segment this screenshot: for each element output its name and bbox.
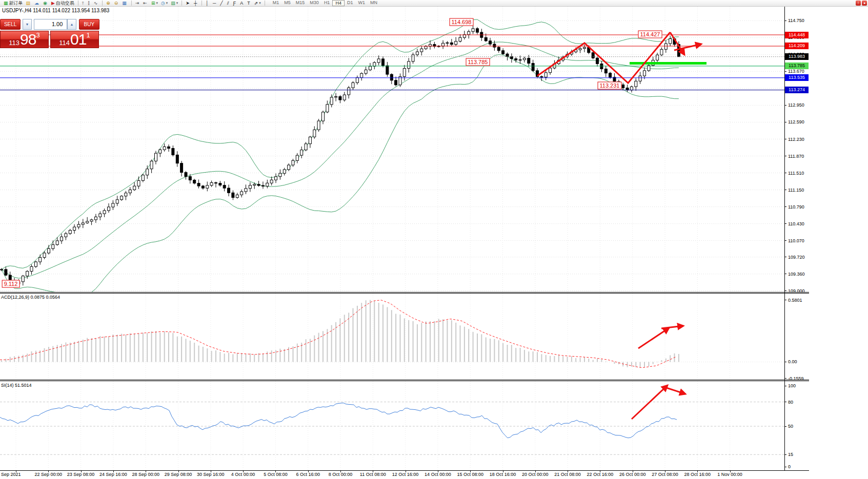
new-order-button[interactable]: ▦新订单: [2, 0, 25, 6]
chart-candles-icon: ⫿: [88, 1, 90, 6]
time-label: 22 Oct 16:00: [587, 472, 614, 477]
template-icon: ▨: [171, 1, 175, 6]
y-tick-dash: [784, 274, 786, 274]
timeframe-D1[interactable]: D1: [345, 0, 356, 6]
y-tick-label: 110.430: [788, 221, 804, 226]
buy-price-small: 114: [59, 39, 70, 47]
price-annotation-label: 114.427: [638, 31, 662, 38]
auto-trading-button[interactable]: ▶自动交易: [50, 0, 76, 6]
timeframe-M30[interactable]: M30: [307, 0, 321, 6]
timeframe-H1[interactable]: H1: [321, 0, 333, 6]
timeframe-M15[interactable]: M15: [293, 0, 308, 6]
panel-separator[interactable]: [0, 380, 809, 381]
macd-label: ACD(12,26,9) 0.0875 0.0564: [1, 295, 60, 300]
timeframe-M5[interactable]: M5: [281, 0, 293, 6]
price-badge: 114.209: [785, 43, 809, 49]
vertical-line-icon[interactable]: │: [204, 0, 211, 6]
y-tick-label: 111.870: [788, 154, 804, 159]
alert-icon[interactable]: !: [856, 1, 861, 6]
fibonacci-icon: Ƒ: [233, 1, 236, 6]
y-tick-dash: [784, 454, 786, 455]
chart-shift-icon[interactable]: ⇤: [142, 0, 150, 6]
label-icon[interactable]: T: [246, 0, 253, 6]
arrows-icon[interactable]: ⇗▾: [253, 0, 263, 6]
y-tick-label: 80: [788, 400, 793, 405]
y-tick-label: 0: [788, 464, 791, 469]
time-label: 8 Oct 00:00: [329, 472, 353, 477]
sell-price-small: 113: [9, 39, 19, 47]
y-tick-dash: [784, 71, 786, 72]
y-tick-dash: [784, 378, 786, 379]
market-watch-icon[interactable]: ▤: [25, 0, 33, 6]
one-click-trading-panel: SELL ▼ 1.00 ▲ BUY 113 98 3 114 01 1: [0, 19, 99, 48]
sell-price-display[interactable]: 113 98 3: [0, 31, 49, 48]
add-indicator-icon[interactable]: ⊞▾: [150, 0, 159, 6]
timeframe-W1[interactable]: W1: [355, 0, 368, 6]
tile-windows-icon[interactable]: ▦: [120, 0, 129, 6]
time-axis-line: [0, 470, 809, 471]
volume-input[interactable]: 1.00: [34, 19, 68, 30]
y-tick-label: 111.510: [788, 171, 804, 176]
time-label: 15 Oct 08:00: [457, 472, 483, 477]
auto-scroll-icon[interactable]: ⇥: [134, 0, 142, 6]
toolbar-separator: [181, 1, 182, 6]
chart-candles-icon[interactable]: ⫿: [87, 0, 92, 6]
add-indicator-icon: ⊞: [151, 1, 155, 6]
chat-icon[interactable]: ☁: [33, 0, 42, 6]
zoom-in-icon[interactable]: ⊕: [105, 0, 113, 6]
y-tick-label: 113.670: [788, 69, 804, 74]
macd-panel-canvas[interactable]: [0, 294, 784, 380]
time-label: 26 Oct 00:00: [619, 472, 646, 477]
toolbar-right-icons: !●: [855, 1, 868, 6]
toolbar-separator: [201, 1, 202, 6]
price-badge: 114.448: [785, 32, 809, 38]
panel-separator[interactable]: [0, 292, 809, 294]
chat-icon: ☁: [34, 1, 39, 6]
volume-decrease-button[interactable]: ▼: [23, 19, 31, 30]
news-icon[interactable]: ●: [862, 1, 867, 6]
signal-icon[interactable]: ◉: [42, 0, 50, 6]
zoom-out-icon[interactable]: ⊖: [113, 0, 121, 6]
time-label: 11 Oct 08:00: [360, 472, 386, 477]
y-tick-dash: [784, 139, 786, 139]
timeframe-MN[interactable]: MN: [368, 0, 380, 6]
period-icon[interactable]: ◷▾: [159, 0, 169, 6]
buy-price-display[interactable]: 114 01 1: [50, 31, 99, 48]
crosshair-icon[interactable]: ┼: [192, 0, 199, 6]
toolbar-separator: [131, 1, 132, 6]
y-tick-label: 112.590: [788, 119, 804, 124]
signal-icon: ◉: [43, 1, 47, 6]
auto-trading-button-label: 自动交易: [56, 0, 74, 7]
cursor-icon[interactable]: ➤: [184, 0, 192, 6]
y-tick-dash: [784, 362, 786, 362]
volume-increase-button[interactable]: ▲: [67, 19, 76, 30]
fibonacci-icon[interactable]: Ƒ: [232, 0, 239, 6]
sell-button[interactable]: SELL: [0, 19, 21, 30]
trendline-icon[interactable]: ╱: [218, 0, 225, 6]
time-label: 28 Sep 00:00: [132, 472, 159, 477]
time-label: 4 Oct 00:00: [231, 472, 255, 477]
period-icon: ◷: [161, 1, 165, 6]
new-order-button-label: 新订单: [9, 0, 23, 7]
template-icon[interactable]: ▨▾: [169, 0, 179, 6]
auto-scroll-icon: ⇥: [135, 1, 139, 6]
text-icon[interactable]: A: [238, 0, 246, 6]
rsi-panel-canvas[interactable]: [0, 381, 784, 470]
equidistant-channel-icon[interactable]: ⫽: [226, 0, 232, 6]
timeframe-H4[interactable]: H4: [332, 0, 345, 6]
time-label: 12 Oct 16:00: [392, 472, 419, 477]
horizontal-line-icon[interactable]: ─: [211, 0, 218, 6]
time-label: 14 Oct 00:00: [425, 472, 451, 477]
buy-button[interactable]: BUY: [79, 19, 99, 30]
time-label: 1 Nov 00:00: [717, 472, 742, 477]
chart-line-icon[interactable]: ∿: [92, 0, 100, 6]
main-chart-canvas[interactable]: [0, 7, 784, 292]
y-tick-label: 112.230: [788, 137, 804, 142]
horizontal-line-icon: ─: [213, 1, 216, 6]
price-annotation-label: 114.698: [450, 18, 474, 26]
chart-bars-icon[interactable]: ⫯: [80, 0, 87, 6]
sell-price-sup: 3: [36, 32, 39, 38]
market-watch-icon: ▤: [26, 1, 31, 6]
rsi-label: SI(14) 51.5014: [1, 383, 32, 388]
timeframe-M1[interactable]: M1: [270, 0, 282, 6]
